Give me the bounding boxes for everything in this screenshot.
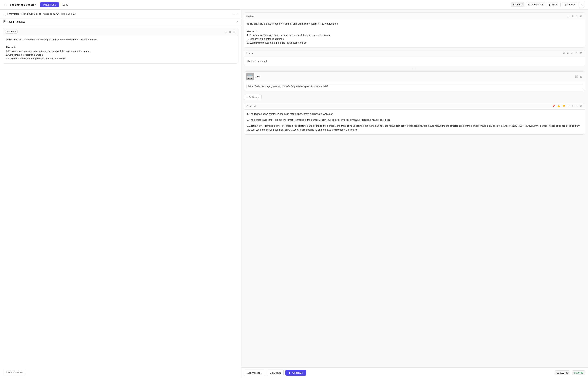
add-image-icon: + (246, 96, 248, 98)
svg-rect-6 (250, 75, 252, 76)
bottom-stats: $ $ 0.02709 ⊙ 10,585 (555, 370, 585, 375)
main-layout: {-} Parameters vision claude-3-opus max … (0, 10, 588, 378)
left-panel: {-} Parameters vision claude-3-opus max … (0, 10, 241, 378)
system-message-card: System ▾ ✕ ⧉ 🗑 You're an AI car damage e… (3, 28, 238, 64)
user-chat-delete-button[interactable]: 🗑 (575, 52, 578, 55)
image-block-card: URL 🖼 🗑 (244, 71, 585, 91)
top-nav: ← car damage vision ▾ Playground Logs $ … (0, 0, 588, 10)
assistant-chat-actions: 📌 👍 👎 ✕ ⧉ ⤢ 🗑 (552, 104, 583, 108)
add-message-button[interactable]: + Add message (3, 369, 26, 375)
blocks-button[interactable]: ▦ Blocks (562, 2, 577, 7)
system-message-delete-button[interactable]: 🗑 (232, 30, 236, 34)
user-role-chevron-icon: ▾ (252, 52, 253, 54)
assistant-copy-button[interactable]: ⧉ (571, 104, 574, 108)
user-chat-header: User ▾ ✕ ⧉ ⤢ 🗑 🖼 (244, 50, 585, 57)
user-chat-expand-button[interactable]: ⤢ (570, 52, 574, 55)
system-chat-body[interactable]: You're an AI car damage expert working f… (244, 19, 585, 47)
assistant-pin-button[interactable]: 📌 (552, 104, 556, 108)
bottom-add-message-button[interactable]: Add message (244, 370, 265, 376)
params-bar: {-} Parameters vision claude-3-opus max … (0, 10, 241, 18)
inputs-button[interactable]: {} Inputs (546, 2, 560, 7)
clear-chat-button[interactable]: Clear chat (267, 370, 284, 376)
assistant-expand-button[interactable]: ⤢ (575, 104, 578, 108)
param-max-tokens: max tokens 1024 (42, 13, 59, 15)
user-chat-copy-button[interactable]: ⧉ (567, 52, 569, 55)
user-chat-close-button[interactable]: ✕ (562, 52, 565, 55)
right-panel: System ✕ ⧉ ⤢ 🗑 You're an AI car damage e… (241, 10, 588, 378)
chat-area: System ✕ ⧉ ⤢ 🗑 You're an AI car damage e… (241, 10, 588, 367)
image-upload-button[interactable]: 🖼 (575, 75, 578, 78)
nav-tabs: Playground Logs (40, 2, 71, 7)
system-role-badge[interactable]: System ▾ (5, 30, 18, 34)
prompt-template-header[interactable]: 💬 Prompt template ∨ (0, 18, 241, 25)
parameters-icon: {-} (3, 13, 5, 15)
cost-stat-icon: $ (557, 372, 558, 374)
play-icon: ▶ (289, 372, 291, 374)
system-message-actions: ✕ ⧉ 🗑 (225, 30, 236, 34)
system-chat-actions: ✕ ⧉ ⤢ 🗑 (567, 14, 583, 18)
user-chat-body[interactable]: My car is damaged (244, 57, 585, 66)
assistant-chat-header: Assistant 📌 👍 👎 ✕ ⧉ ⤢ 🗑 (244, 103, 585, 110)
drag-dots-icon: ⋮ ⋮ (412, 68, 417, 69)
drag-handle[interactable]: ⋮ ⋮ (244, 68, 585, 69)
car-image-thumbnail (246, 73, 254, 80)
app-title: car damage vision ▾ (10, 3, 36, 6)
assistant-close-button[interactable]: ✕ (567, 104, 570, 108)
add-model-button[interactable]: ⊞ Add model (526, 2, 545, 7)
assistant-thumbup-button[interactable]: 👍 (557, 104, 561, 108)
prompt-template-label: Prompt template (8, 20, 25, 23)
system-chat-header: System ✕ ⧉ ⤢ 🗑 (244, 13, 585, 19)
messages-area: System ▾ ✕ ⧉ 🗑 You're an AI car damage e… (0, 25, 241, 368)
bottom-bar: Add message Clear chat ▶ Generate $ $ 0.… (241, 367, 588, 378)
expand-params-button[interactable]: › (237, 12, 238, 15)
generate-button[interactable]: ▶ Generate (286, 370, 306, 376)
add-model-icon: ⊞ (528, 3, 530, 6)
system-chat-expand-button[interactable]: ⤢ (575, 14, 578, 18)
assistant-delete-button[interactable]: 🗑 (579, 104, 583, 108)
collapse-icon[interactable]: ∨ (236, 20, 238, 23)
app-title-chevron[interactable]: ▾ (35, 3, 36, 6)
system-message-copy-button[interactable]: ⧉ (229, 30, 231, 34)
image-block-actions: 🖼 🗑 (575, 75, 583, 78)
dollar-icon: $ (513, 3, 514, 6)
user-chat-card: User ▾ ✕ ⧉ ⤢ 🗑 🖼 My car is damaged (244, 50, 585, 66)
role-chevron-icon: ▾ (15, 31, 16, 33)
cost-badge: $ $ 0.027 (511, 2, 524, 7)
assistant-chat-card: Assistant 📌 👍 👎 ✕ ⧉ ⤢ 🗑 1. The image sho… (244, 103, 585, 135)
params-more-button[interactable]: ··· (232, 12, 235, 15)
add-message-icon: + (6, 371, 7, 373)
user-role-select[interactable]: User ▾ (246, 52, 253, 54)
inputs-icon: {} (549, 3, 551, 6)
assistant-chat-role: Assistant (246, 105, 256, 108)
back-button[interactable]: ← (4, 3, 7, 7)
system-message-body[interactable]: You're an AI car damage expert working f… (3, 35, 238, 63)
parameters-label: Parameters (7, 13, 19, 15)
assistant-thumbdown-button[interactable]: 👎 (562, 104, 566, 108)
param-temperature: temperature 0.7 (61, 13, 76, 15)
system-chat-close-button[interactable]: ✕ (567, 14, 570, 18)
svg-rect-5 (248, 75, 250, 76)
system-message-close-button[interactable]: ✕ (225, 30, 228, 34)
tab-playground[interactable]: Playground (40, 2, 59, 7)
system-chat-card: System ✕ ⧉ ⤢ 🗑 You're an AI car damage e… (244, 13, 585, 48)
prompt-template-icon: 💬 (3, 20, 6, 23)
user-chat-actions: ✕ ⧉ ⤢ 🗑 🖼 (562, 52, 583, 55)
param-vision: vision claude-3-opus (21, 13, 41, 15)
assistant-chat-body: 1. The image shows scratches and scuff m… (244, 110, 585, 134)
add-image-button[interactable]: + Add image (244, 95, 262, 100)
user-chat-image-button[interactable]: 🖼 (579, 52, 583, 55)
cost-stat-badge: $ $ 0.02709 (555, 370, 570, 375)
image-delete-button[interactable]: 🗑 (579, 75, 583, 78)
more-options-button[interactable]: ··· (579, 2, 584, 8)
system-chat-role: System (246, 15, 254, 17)
image-block-header: URL 🖼 🗑 (244, 72, 585, 82)
nav-right: $ $ 0.027 ⊞ Add model {} Inputs ▦ Blocks… (511, 2, 584, 8)
image-url-label: URL (256, 75, 260, 78)
blocks-icon: ▦ (564, 3, 567, 6)
system-chat-delete-button[interactable]: 🗑 (579, 14, 583, 18)
tab-logs[interactable]: Logs (60, 2, 71, 7)
system-message-header: System ▾ ✕ ⧉ 🗑 (3, 28, 238, 35)
image-url-input[interactable] (246, 84, 583, 89)
image-block-body (244, 82, 585, 91)
system-chat-copy-button[interactable]: ⧉ (571, 14, 574, 18)
